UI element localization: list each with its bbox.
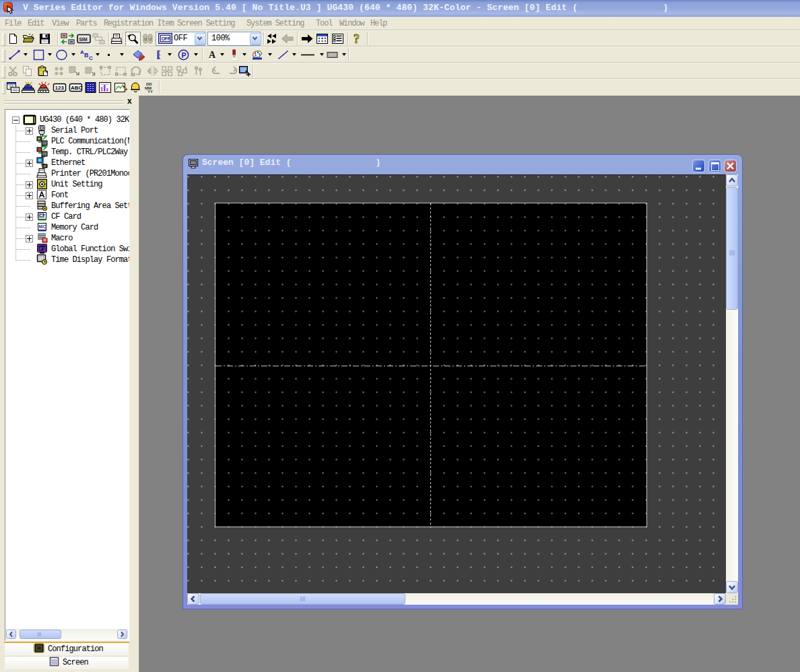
svg-text:A: A bbox=[209, 50, 216, 60]
svg-text:CF: CF bbox=[40, 213, 45, 217]
svg-text:123: 123 bbox=[55, 85, 65, 91]
svg-text:C: C bbox=[89, 55, 93, 61]
svg-text:B: B bbox=[84, 52, 89, 59]
svg-text:YY: YY bbox=[147, 90, 153, 94]
svg-text:F1: F1 bbox=[40, 246, 46, 252]
svg-text:MC: MC bbox=[39, 224, 46, 229]
svg-text:ABC: ABC bbox=[71, 85, 83, 91]
svg-text:?: ? bbox=[354, 32, 360, 46]
svg-text:P: P bbox=[182, 51, 187, 59]
svg-text:SIM: SIM bbox=[79, 37, 88, 42]
svg-text:OFF: OFF bbox=[162, 36, 170, 41]
